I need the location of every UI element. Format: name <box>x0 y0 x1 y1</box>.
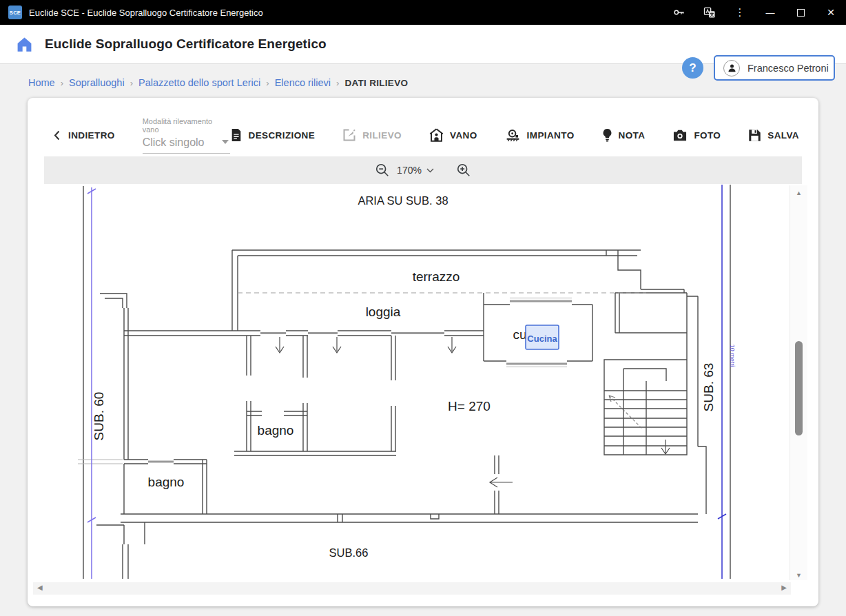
help-button[interactable]: ? <box>682 57 703 79</box>
window-sills <box>148 301 572 462</box>
floor-plan-drawing[interactable]: ARIA SU SUB. 38 terrazzo loggia cucina H… <box>44 184 790 579</box>
breadcrumb-palazzetto[interactable]: Palazzetto dello sport Lerici <box>138 77 260 88</box>
breadcrumb-sopralluoghi[interactable]: Sopralluoghi <box>69 77 125 88</box>
edit-icon <box>342 128 356 142</box>
zoom-in-button[interactable] <box>456 163 471 178</box>
plan-label-sub63: SUB. 63 <box>701 363 716 412</box>
main-card: INDIETRO Modalità rilevamento vano Click… <box>28 98 818 606</box>
scroll-left-button[interactable]: ◀ <box>37 584 43 591</box>
nota-button[interactable]: NOTA <box>602 128 646 142</box>
page-title: Euclide Sopralluogo Certificatore Energe… <box>45 37 327 52</box>
breadcrumb-separator: › <box>55 78 69 88</box>
room-icon <box>429 128 444 142</box>
salva-button[interactable]: SALVA <box>748 129 799 142</box>
chevron-down-icon <box>426 168 434 173</box>
home-icon[interactable] <box>15 35 34 54</box>
scroll-down-button[interactable]: ▼ <box>790 572 807 579</box>
rilievo-button[interactable]: RILIEVO <box>342 128 402 142</box>
titlebar-menu-icon[interactable]: ⋮ <box>725 0 755 25</box>
scroll-up-button[interactable]: ▲ <box>790 189 807 196</box>
user-name: Francesco Petroni <box>747 63 829 74</box>
document-icon <box>230 128 243 142</box>
breadcrumb: Home › Sopralluoghi › Palazzetto dello s… <box>28 77 408 88</box>
breadcrumb-separator: › <box>125 78 138 88</box>
zoom-level-value: 170% <box>397 165 422 176</box>
plan-label-sub60: SUB. 60 <box>92 392 106 441</box>
close-button[interactable]: × <box>816 0 846 25</box>
breadcrumb-separator: › <box>331 78 344 88</box>
scroll-right-button[interactable]: ▶ <box>781 584 787 591</box>
window-titlebar: SCE Euclide SCE - Euclide Sopralluogo Ce… <box>0 0 846 25</box>
maximize-icon <box>797 9 805 17</box>
camera-icon <box>672 129 688 142</box>
impianto-button[interactable]: IMPIANTO <box>505 128 575 142</box>
minimize-button[interactable]: — <box>755 0 785 25</box>
descrizione-button[interactable]: DESCRIZIONE <box>230 128 316 142</box>
plan-label-measure-right: 10 metri <box>729 345 736 367</box>
foto-button[interactable]: FOTO <box>672 129 721 142</box>
breadcrumb-home[interactable]: Home <box>28 77 55 88</box>
user-avatar-icon <box>723 60 740 76</box>
window-sills-thin <box>78 298 572 464</box>
vano-button[interactable]: VANO <box>429 128 477 142</box>
zoom-out-icon <box>375 163 390 178</box>
app-header: Euclide Sopralluogo Certificatore Energe… <box>0 25 846 64</box>
maximize-button[interactable] <box>785 0 816 25</box>
app-icon: SCE <box>8 6 22 19</box>
plan-label-bagno-upper: bagno <box>258 423 294 438</box>
zoom-level-select[interactable]: 170% <box>397 165 434 176</box>
plan-label-aria: ARIA SU SUB. 38 <box>358 194 448 207</box>
password-key-icon[interactable] <box>664 0 694 25</box>
save-icon <box>748 129 761 142</box>
mode-select-label: Modalità rilevamento vano <box>143 117 230 134</box>
dimension-line-left <box>87 187 96 579</box>
bulb-icon <box>602 128 612 142</box>
mode-select-value: Click singolo <box>143 136 230 149</box>
vertical-scrollbar-thumb[interactable] <box>795 341 803 435</box>
zoom-in-icon <box>456 163 471 178</box>
floor-plan-walls <box>83 185 730 579</box>
plan-label-height: H= 270 <box>448 399 491 413</box>
breadcrumb-elenco-rilievi[interactable]: Elenco rilievi <box>275 77 331 88</box>
room-tooltip[interactable]: Cucina <box>526 325 559 349</box>
translate-icon[interactable] <box>694 0 725 25</box>
mode-select[interactable]: Modalità rilevamento vano Click singolo <box>143 117 230 154</box>
dimension-line-right <box>718 185 726 579</box>
plan-label-bagno-lower: bagno <box>148 475 185 489</box>
plan-label-loggia: loggia <box>366 305 401 319</box>
back-button[interactable]: INDIETRO <box>54 130 115 141</box>
vertical-scrollbar[interactable]: ▲ ▼ <box>790 185 807 580</box>
breadcrumb-separator: › <box>260 78 274 88</box>
window-title: Euclide SCE - Euclide Sopralluogo Certif… <box>29 8 263 18</box>
toolbar: INDIETRO Modalità rilevamento vano Click… <box>28 114 818 156</box>
stairs-dashed-arrow <box>609 396 642 429</box>
plan-label-sub66: SUB.66 <box>329 546 369 559</box>
zoom-toolbar: 170% <box>44 156 802 184</box>
chevron-left-icon <box>54 130 60 141</box>
caret-down-icon <box>222 140 229 144</box>
plant-icon <box>505 128 521 142</box>
back-label: INDIETRO <box>68 130 115 141</box>
floor-plan-canvas[interactable]: ARIA SU SUB. 38 terrazzo loggia cucina H… <box>44 184 790 579</box>
room-tooltip-label: Cucina <box>527 333 557 344</box>
zoom-out-button[interactable] <box>375 163 390 178</box>
horizontal-scrollbar[interactable]: ◀ ▶ <box>33 582 791 595</box>
breadcrumb-current: DATI RILIEVO <box>344 78 408 88</box>
plan-label-terrazzo: terrazzo <box>413 269 460 284</box>
user-menu-button[interactable]: Francesco Petroni <box>714 55 835 81</box>
